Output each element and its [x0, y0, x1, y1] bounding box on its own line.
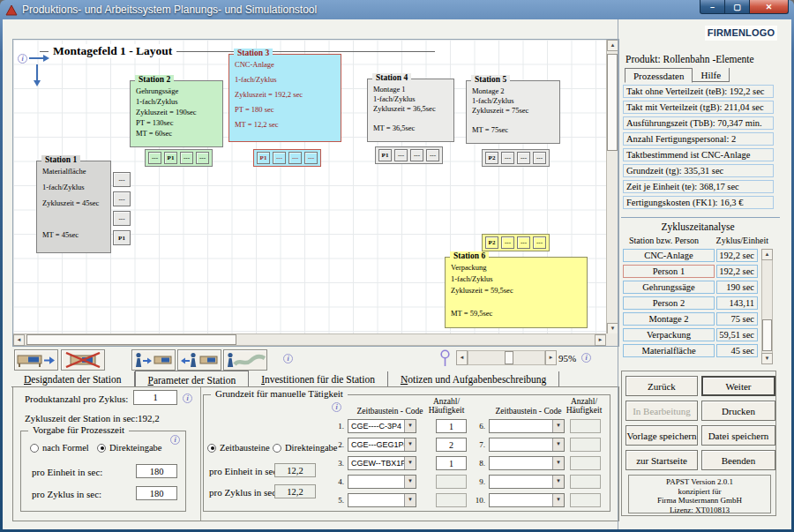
worker-slot[interactable]: P1	[164, 152, 177, 164]
chevron-down-icon[interactable]: ▼	[404, 438, 416, 451]
canvas-hscroll-thumb[interactable]	[26, 334, 236, 345]
station-box-3[interactable]: Station 3CNC-Anlage1-fach/ZyklusZyklusze…	[228, 54, 341, 142]
worker-slot[interactable]: ---	[501, 152, 514, 164]
worker-slot[interactable]: ---	[426, 149, 439, 161]
worker-slot[interactable]: P2	[485, 152, 498, 164]
station-name-cell[interactable]: Person 2	[623, 296, 715, 310]
worker-slot[interactable]: ---	[304, 152, 318, 164]
canvas-vscroll-thumb[interactable]	[607, 54, 618, 151]
analysis-scroll-thumb[interactable]	[762, 319, 772, 351]
station-name-cell[interactable]: Materialfläche	[623, 344, 715, 357]
maximize-button[interactable]: ▢	[725, 0, 749, 14]
station-box-4[interactable]: Station 4Montage 11-fach/ZyklusZykluszei…	[367, 79, 454, 142]
chevron-down-icon[interactable]: ▼	[404, 476, 416, 488]
zeitbaustein-code-dropdown[interactable]: ▼	[489, 438, 565, 452]
tab-prozessdaten[interactable]: Prozessdaten	[625, 68, 693, 83]
worker-slot[interactable]: ---	[113, 172, 131, 187]
gz-pro-zyklus-input[interactable]	[274, 484, 316, 498]
station-move-button[interactable]	[14, 349, 58, 371]
worker-slot[interactable]: P1	[113, 230, 131, 245]
info-icon[interactable]	[332, 402, 341, 412]
layout-canvas[interactable]: Montagefeld 1 - Layout Station 1Material…	[12, 39, 619, 347]
chevron-down-icon[interactable]: ▼	[404, 494, 416, 506]
scroll-left-icon[interactable]: ◄	[13, 334, 25, 346]
worker-slot[interactable]: P1	[378, 149, 392, 161]
worker-unassign-button[interactable]	[177, 349, 221, 371]
worker-slot[interactable]: ---	[196, 152, 209, 164]
worker-slot[interactable]: ---	[410, 149, 423, 161]
station-name-cell[interactable]: Person 1	[623, 265, 715, 278]
station-delete-button[interactable]	[61, 349, 105, 371]
tab-designdaten-der-station[interactable]: Designdaten der Station	[11, 371, 135, 387]
anzahl-input[interactable]	[570, 493, 601, 507]
station-name-cell[interactable]: Verpackung	[623, 328, 715, 341]
table-row[interactable]: CNC-Anlage192,2 sec	[623, 249, 758, 262]
gz-pro-einheit-input[interactable]	[274, 463, 316, 477]
table-row[interactable]: Person 1192,2 sec	[623, 265, 758, 278]
station-box-6[interactable]: Station 6Verpackung1-fach/ZyklusZyklusze…	[445, 257, 588, 328]
table-row[interactable]: Person 2143,11 sec	[623, 296, 758, 310]
chevron-down-icon[interactable]: ▼	[552, 494, 564, 506]
minimize-button[interactable]: –	[700, 0, 725, 14]
worker-slot[interactable]: ---	[113, 211, 131, 226]
table-row[interactable]: Montage 275 sec	[623, 312, 758, 326]
tab-notizen-und-aufgabenbeschreibung[interactable]: Notizen und Aufgabenbeschreibung	[388, 371, 559, 387]
chevron-down-icon[interactable]: ▼	[552, 438, 564, 451]
tab-investitionen-f-r-die-station[interactable]: Investitionen für die Station	[249, 371, 388, 387]
worker-slot[interactable]: ---	[113, 191, 131, 206]
zeitbaustein-code-dropdown[interactable]: ▼	[348, 475, 416, 489]
info-icon[interactable]	[18, 54, 27, 64]
radio-nach-formel[interactable]: nach Formel	[30, 443, 89, 453]
zoom-slider-right-icon[interactable]: ►	[545, 350, 557, 365]
zoom-slider-left-icon[interactable]: ◄	[456, 350, 468, 365]
zur-startseite-button[interactable]: zur Startseite	[625, 450, 698, 470]
pro-zyklus-input[interactable]	[136, 486, 177, 500]
anzahl-input[interactable]	[436, 475, 467, 489]
zeitbaustein-code-dropdown[interactable]: ▼	[489, 419, 565, 433]
chevron-down-icon[interactable]: ▼	[404, 420, 416, 432]
produktanzahl-input[interactable]	[133, 390, 177, 405]
worker-slot[interactable]: ---	[288, 152, 302, 164]
worker-assign-button[interactable]	[131, 349, 176, 371]
zoom-slider-thumb[interactable]	[505, 351, 513, 364]
title-bar[interactable]: Produktions- und Arbeitssystem Planungs-…	[0, 0, 794, 19]
station-box-1[interactable]: Station 1Materialfläche1-fach/ZyklusZykl…	[36, 161, 111, 253]
anzahl-input[interactable]	[570, 438, 601, 452]
zeitbaustein-code-dropdown[interactable]: ▼	[489, 456, 565, 470]
worker-slot[interactable]: ---	[273, 152, 286, 164]
worker-slot[interactable]: ---	[180, 152, 193, 164]
datei-speichern-button[interactable]: Datei speichern	[701, 425, 775, 446]
zeitbaustein-code-dropdown[interactable]: ▼	[489, 493, 565, 507]
zeitbaustein-code-dropdown[interactable]: ▼	[348, 493, 416, 507]
radio-direkteingabe[interactable]: Direkteingabe	[97, 443, 161, 453]
station-name-cell[interactable]: Montage 2	[623, 312, 715, 326]
anzahl-input[interactable]	[436, 419, 467, 433]
pro-einheit-input[interactable]	[136, 464, 177, 478]
worker-slot[interactable]: ---	[517, 236, 530, 249]
station-box-5[interactable]: Station 5Montage 21-fach/ZyklusZykluszei…	[466, 80, 560, 144]
info-icon[interactable]	[183, 393, 192, 403]
worker-path-button[interactable]	[223, 349, 267, 371]
anzahl-input[interactable]	[436, 438, 467, 452]
radio-direkteingabe-grundzeit[interactable]: Direkteingabe	[273, 443, 337, 453]
info-icon[interactable]	[581, 353, 591, 363]
zeitbaustein-code-dropdown[interactable]: CGE----C-3P4▼	[348, 419, 416, 433]
worker-slot[interactable]: ---	[148, 152, 161, 164]
worker-slot[interactable]: ---	[533, 236, 546, 249]
tab-parameter-der-station[interactable]: Parameter der Station	[135, 371, 250, 388]
zoom-pin-icon[interactable]	[439, 349, 451, 368]
zeitbaustein-code-dropdown[interactable]: CGE---GEG1P4▼	[348, 438, 416, 452]
weiter-button[interactable]: Weiter	[701, 376, 775, 396]
drucken-button[interactable]: Drucken	[701, 401, 775, 421]
zeitbaustein-code-dropdown[interactable]: ▼	[489, 475, 565, 489]
table-row[interactable]: Gehrungssäge190 sec	[623, 281, 758, 294]
anzahl-input[interactable]	[570, 475, 601, 489]
worker-slot[interactable]: ---	[394, 149, 408, 161]
close-button[interactable]: ✕	[749, 0, 789, 14]
zeitbaustein-code-dropdown[interactable]: CGEW--TBX1P4▼	[348, 456, 416, 470]
anzahl-input[interactable]	[570, 456, 601, 470]
zurück-button[interactable]: Zurück	[625, 376, 698, 396]
scroll-down-icon[interactable]: ▼	[761, 353, 773, 364]
chevron-down-icon[interactable]: ▼	[552, 420, 564, 432]
vorlage-speichern-button[interactable]: Vorlage speichern	[625, 425, 698, 446]
